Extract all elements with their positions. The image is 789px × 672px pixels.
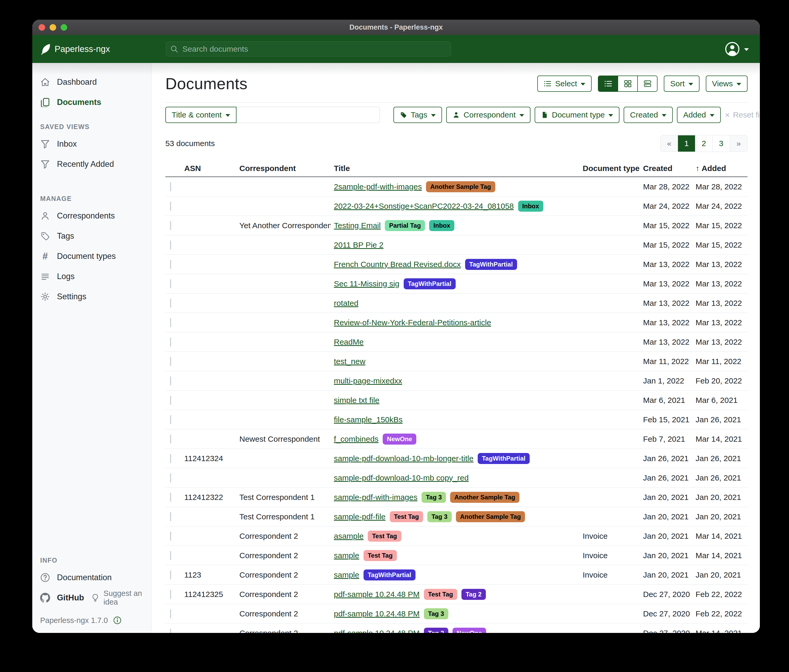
sidebar-item-suggest-idea[interactable]: Suggest an idea [91, 589, 152, 607]
grid-view-button[interactable] [618, 76, 638, 91]
reset-filters-button[interactable]: × Reset filters [725, 110, 760, 119]
document-title-link[interactable]: sample-pdf-with-images [334, 493, 417, 502]
header-asn[interactable]: ASN [181, 161, 236, 177]
row-checkbox[interactable] [170, 609, 171, 618]
document-title-link[interactable]: 2022-03-24+Sonstige+ScanPC2022-03-24_081… [334, 202, 514, 211]
row-checkbox[interactable] [170, 415, 171, 424]
zoom-window-button[interactable] [61, 24, 67, 31]
row-checkbox[interactable] [170, 240, 171, 250]
header-correspondent[interactable]: Correspondent [236, 161, 331, 177]
row-checkbox[interactable] [170, 182, 171, 191]
row-checkbox[interactable] [170, 493, 171, 502]
sidebar-item-correspondents[interactable]: Correspondents [32, 205, 152, 226]
row-checkbox[interactable] [170, 279, 171, 288]
page-button-3[interactable]: 3 [712, 135, 730, 151]
tag-badge[interactable]: Another Sample Tag [456, 511, 525, 522]
tag-badge[interactable]: NewOne [383, 433, 416, 444]
document-title-link[interactable]: simple txt file [334, 396, 379, 405]
row-checkbox[interactable] [170, 221, 171, 230]
row-checkbox[interactable] [170, 590, 171, 599]
document-title-link[interactable]: sample-pdf-download-10-mb-longer-title [334, 454, 473, 463]
filter-tags-button[interactable]: Tags [393, 107, 442, 123]
document-title-link[interactable]: asample [334, 532, 364, 541]
search-input[interactable] [182, 44, 446, 54]
tag-badge[interactable]: Partial Tag [385, 220, 425, 231]
tag-badge[interactable]: TagWithPartial [364, 569, 415, 580]
page-button-2[interactable]: 2 [695, 135, 712, 151]
row-checkbox[interactable] [170, 318, 171, 327]
tag-badge[interactable]: Another Sample Tag [426, 181, 495, 192]
document-title-link[interactable]: Review-of-New-York-Federal-Petitions-art… [334, 318, 491, 327]
document-title-link[interactable]: Sec 11-Missing sig [334, 279, 399, 288]
document-title-link[interactable]: pdf-sample 10.24.48 PM [334, 609, 420, 618]
tag-badge[interactable]: Inbox [518, 201, 543, 212]
tag-badge[interactable]: TagWithPartial [465, 259, 517, 270]
row-checkbox[interactable] [170, 570, 171, 580]
document-title-link[interactable]: test_new [334, 357, 365, 366]
document-title-link[interactable]: sample-pdf-file [334, 512, 386, 521]
tag-badge[interactable]: Inbox [429, 220, 454, 231]
info-circle-icon[interactable] [113, 616, 121, 624]
select-button[interactable]: Select [537, 76, 592, 92]
row-checkbox[interactable] [170, 551, 171, 560]
sidebar-item-recently-added[interactable]: Recently Added [32, 154, 152, 174]
sidebar-item-logs[interactable]: Logs [32, 266, 152, 287]
document-title-link[interactable]: 2sample-pdf-with-images [334, 182, 422, 191]
document-title-link[interactable]: multi-page-mixedxx [334, 376, 402, 385]
filter-document-type-button[interactable]: Document type [535, 107, 620, 123]
sidebar-item-inbox[interactable]: Inbox [32, 134, 152, 154]
tag-badge[interactable]: Test Tag [368, 530, 401, 541]
row-checkbox[interactable] [170, 454, 171, 463]
row-checkbox[interactable] [170, 357, 171, 366]
views-button[interactable]: Views [706, 76, 747, 92]
row-checkbox[interactable] [170, 396, 171, 405]
row-checkbox[interactable] [170, 512, 171, 521]
tag-badge[interactable]: Tag 3 [424, 608, 448, 619]
tag-badge[interactable]: Test Tag [390, 511, 423, 522]
row-checkbox[interactable] [170, 338, 171, 347]
tag-badge[interactable]: Tag 3 [422, 492, 446, 503]
tag-badge[interactable]: Test Tag [424, 589, 457, 600]
page-button-1[interactable]: 1 [678, 135, 695, 151]
document-title-link[interactable]: pdf-sample 10.24.48 PM [334, 629, 420, 633]
filter-field-button[interactable]: Title & content [165, 107, 236, 123]
brand[interactable]: Paperless-ngx [32, 43, 152, 55]
tag-badge[interactable]: NewOne [452, 628, 486, 633]
tag-badge[interactable]: TagWithPartial [478, 453, 530, 464]
sidebar-item-dashboard[interactable]: Dashboard [32, 72, 152, 92]
row-checkbox[interactable] [170, 532, 171, 541]
tag-badge[interactable]: Tag 3 [427, 511, 452, 522]
row-checkbox[interactable] [170, 202, 171, 211]
row-checkbox[interactable] [170, 629, 171, 633]
filter-added-button[interactable]: Added [677, 107, 721, 123]
next-page-button[interactable]: » [730, 135, 747, 151]
prev-page-button[interactable]: « [661, 135, 678, 151]
header-document-type[interactable]: Document type [580, 161, 640, 177]
row-checkbox[interactable] [170, 435, 171, 444]
sort-button[interactable]: Sort [664, 76, 699, 92]
sidebar-item-settings[interactable]: Settings [32, 287, 152, 307]
document-title-link[interactable]: file-sample_150kBs [334, 415, 402, 424]
document-title-link[interactable]: rotated [334, 299, 358, 308]
sidebar-item-document-types[interactable]: #Document types [32, 246, 152, 266]
sidebar-item-tags[interactable]: Tags [32, 226, 152, 246]
user-menu[interactable] [725, 41, 760, 57]
document-title-link[interactable]: Testing Email [334, 221, 380, 230]
sidebar-item-documents[interactable]: Documents [32, 92, 152, 112]
row-checkbox[interactable] [170, 299, 171, 308]
minimize-window-button[interactable] [50, 24, 56, 31]
filter-text-input[interactable] [236, 107, 380, 123]
header-created[interactable]: Created [640, 161, 692, 177]
document-title-link[interactable]: sample [334, 570, 359, 580]
sidebar-item-github[interactable]: GitHub [32, 588, 84, 608]
close-window-button[interactable] [38, 24, 45, 31]
filter-correspondent-button[interactable]: Correspondent [446, 107, 530, 123]
row-checkbox[interactable] [170, 473, 171, 483]
tag-badge[interactable]: Tag 2 [462, 589, 486, 600]
header-added[interactable]: ↑Added [692, 161, 747, 177]
row-checkbox[interactable] [170, 376, 171, 385]
document-title-link[interactable]: ReadMe [334, 338, 364, 347]
document-title-link[interactable]: sample-pdf-download-10-mb copy_red [334, 473, 469, 483]
list-view-button[interactable] [599, 76, 618, 91]
header-title[interactable]: Title [331, 161, 580, 177]
